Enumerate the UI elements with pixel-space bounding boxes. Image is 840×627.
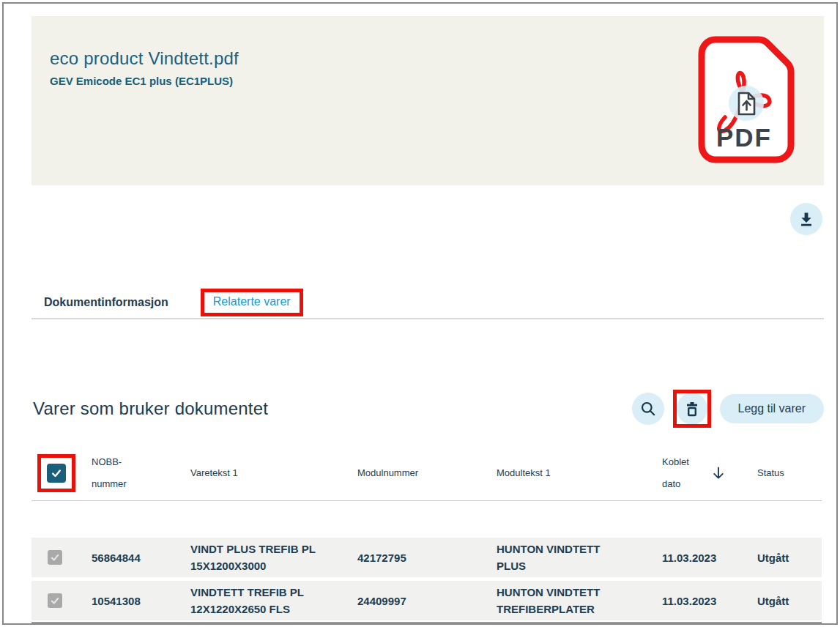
- checkmark-icon: [50, 596, 60, 606]
- search-button[interactable]: [632, 393, 664, 425]
- upload-document-icon: [739, 93, 754, 114]
- search-icon: [639, 400, 657, 418]
- annotation-box-delete: [673, 390, 711, 428]
- table-row[interactable]: 56864844 VINDT PLUS TREFIB PL 15X1200X30…: [31, 538, 822, 577]
- checkmark-icon: [51, 467, 62, 479]
- add-items-button[interactable]: Legg til varer: [720, 394, 825, 423]
- column-header-nobb-nummer: NOBB-nummer: [92, 451, 137, 495]
- pdf-file-icon: PDF: [697, 35, 795, 164]
- column-header-koblet-dato: Koblet dato: [662, 451, 696, 495]
- document-title: eco product Vindtett.pdf: [50, 48, 239, 69]
- cell-modultekst-1: HUNTON VINDTETT PLUS: [497, 541, 621, 575]
- pdf-badge-label: PDF: [716, 123, 772, 152]
- cell-koblet-dato: 11.03.2023: [662, 552, 757, 564]
- cell-koblet-dato: 11.03.2023: [662, 595, 757, 607]
- select-all-checkbox[interactable]: [47, 464, 66, 483]
- cell-nobb-nummer: 10541308: [92, 595, 190, 607]
- document-banner: eco product Vindtett.pdf GEV Emicode EC1…: [31, 16, 824, 185]
- related-items-table: NOBB-nummer Varetekst 1 Modulnummer Modu…: [31, 445, 822, 623]
- checkmark-icon: [50, 552, 60, 563]
- column-header-modulnummer: Modulnummer: [357, 467, 497, 478]
- table-body: 56864844 VINDT PLUS TREFIB PL 15X1200X30…: [31, 538, 822, 623]
- tab-bar: Dokumentinformasjon Relaterte varer: [31, 287, 824, 319]
- column-header-modultekst-1: Modultekst 1: [497, 467, 662, 478]
- trash-icon: [683, 400, 701, 418]
- cell-nobb-nummer: 56864844: [92, 552, 190, 564]
- row-checkbox[interactable]: [48, 593, 62, 608]
- section-heading: Varer som bruker dokumentet: [33, 398, 268, 419]
- tab-dokumentinformasjon[interactable]: Dokumentinformasjon: [44, 296, 168, 309]
- sort-descending-icon[interactable]: [710, 465, 726, 481]
- row-checkbox[interactable]: [48, 550, 62, 565]
- cell-status: Utgått: [757, 595, 822, 607]
- annotation-box-active-tab: Relaterte varer: [201, 289, 303, 316]
- table-bottom-divider: [31, 622, 822, 623]
- cell-modulnummer: 42172795: [357, 552, 497, 564]
- delete-button[interactable]: [677, 393, 707, 425]
- table-header-row: NOBB-nummer Varetekst 1 Modulnummer Modu…: [31, 445, 822, 501]
- download-button[interactable]: [790, 203, 822, 235]
- document-subtitle: GEV Emicode EC1 plus (EC1PLUS): [50, 75, 239, 87]
- document-detail-page: eco product Vindtett.pdf GEV Emicode EC1…: [0, 0, 840, 627]
- section-header: Varer som bruker dokumentet Legg til var…: [31, 387, 824, 431]
- cell-modulnummer: 24409997: [357, 595, 497, 607]
- cell-varetekst-1: VINDT PLUS TREFIB PL 15X1200X3000: [190, 541, 346, 575]
- table-row[interactable]: 10541308 VINDTETT TREFIB PL 12X1220X2650…: [31, 581, 822, 620]
- cell-status: Utgått: [757, 552, 822, 564]
- tab-relaterte-varer[interactable]: Relaterte varer: [213, 295, 291, 308]
- cell-varetekst-1: VINDTETT TREFIB PL 12X1220X2650 FLS: [190, 584, 346, 618]
- cell-modultekst-1: HUNTON VINDTETT TREFIBERPLATER: [497, 584, 621, 618]
- download-icon: [798, 210, 815, 228]
- annotation-box-select-all: [37, 454, 75, 492]
- column-header-varetekst-1: Varetekst 1: [190, 467, 357, 478]
- column-header-status: Status: [757, 467, 822, 478]
